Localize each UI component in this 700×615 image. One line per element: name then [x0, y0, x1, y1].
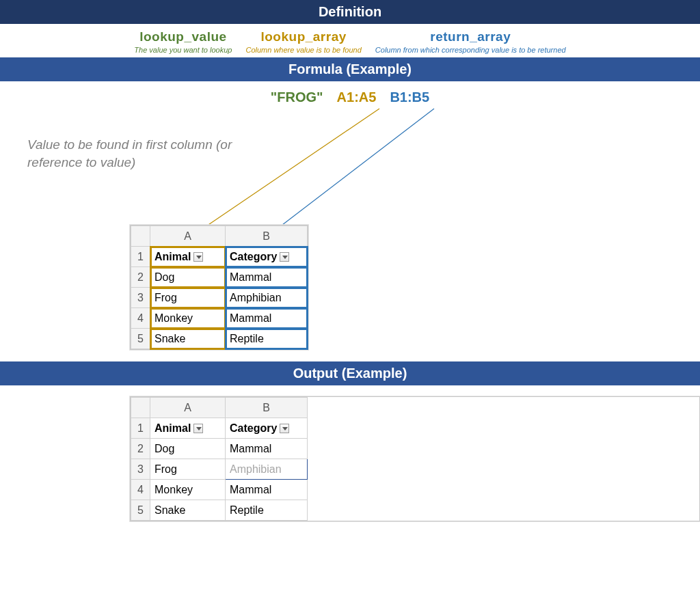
filter-icon[interactable] [193, 252, 203, 262]
table-row: 1 Animal Category [131, 247, 308, 267]
cell-A2: Dog [150, 439, 226, 459]
cell-B2: Mammal [226, 439, 308, 459]
row-num: 1 [131, 418, 150, 439]
table-row: 4 Monkey Mammal [131, 308, 308, 329]
cell-A2: Dog [150, 267, 226, 288]
cell-A5: Snake [150, 500, 226, 521]
table-row: 5 Snake Reptile [131, 329, 308, 349]
cell-B3: Amphibian [226, 288, 308, 308]
definition-row: lookup_value The value you want to looku… [0, 24, 700, 57]
row-num: 5 [131, 500, 150, 521]
col-header-B: B [226, 226, 308, 247]
def-desc-lookup-value: The value you want to lookup [134, 46, 232, 55]
corner-cell [131, 398, 150, 418]
table-row: 2 Dog Mammal [131, 267, 308, 288]
table-row: 3 Frog Amphibian [131, 288, 308, 308]
table-row: 2 Dog Mammal [131, 439, 308, 459]
col-header-B: B [226, 398, 308, 418]
col-header-A: A [150, 398, 226, 418]
cell-B2: Mammal [226, 267, 308, 288]
formula-arg3: B1:B5 [390, 90, 429, 105]
title-B: Category [230, 251, 277, 262]
filter-icon[interactable] [280, 424, 289, 433]
filter-icon[interactable] [193, 424, 203, 433]
arrow-blue [273, 109, 434, 232]
cell-A4: Monkey [150, 308, 226, 329]
section-output-header: Output (Example) [0, 361, 700, 385]
title-A: Animal [154, 422, 191, 434]
def-lookup-array: lookup_array Column where value is to be… [245, 29, 361, 55]
def-desc-lookup-array: Column where value is to be found [245, 46, 361, 55]
row-num: 2 [131, 439, 150, 459]
cell-A3: Frog [150, 288, 226, 308]
def-label-return-array: return_array [375, 29, 566, 44]
corner-cell [131, 226, 150, 247]
section-formula-header: Formula (Example) [0, 57, 700, 81]
cell-A3: Frog [150, 459, 226, 480]
cell-A1: Animal [150, 247, 226, 267]
cell-B4: Mammal [226, 480, 308, 500]
cell-B5: Reptile [226, 329, 308, 349]
cell-B1: Category [226, 247, 308, 267]
section-definition-header: Definition [0, 0, 700, 24]
output-area: A B 1 Animal Category 2 Dog Mammal 3 Fro… [0, 385, 700, 535]
table-row: 1 Animal Category [131, 418, 308, 439]
def-return-array: return_array Column from which correspon… [375, 29, 566, 55]
col-headers: A B [131, 226, 308, 247]
row-num: 2 [131, 267, 150, 288]
formula-area: "FROG" A1:A5 B1:B5 Value to be found in … [0, 81, 700, 361]
def-label-lookup-value: lookup_value [134, 29, 232, 44]
formula-arg1: "FROG" [271, 90, 323, 105]
cell-B5: Reptile [226, 500, 308, 521]
row-num: 4 [131, 480, 150, 500]
arrow-overlay [0, 81, 700, 361]
table-row: 3 Frog Amphibian [131, 459, 308, 480]
title-A: Animal [154, 251, 191, 262]
cell-A4: Monkey [150, 480, 226, 500]
cell-B4: Mammal [226, 308, 308, 329]
row-num: 1 [131, 247, 150, 267]
row-num: 3 [131, 288, 150, 308]
formula-row: "FROG" A1:A5 B1:B5 [0, 90, 700, 105]
filter-icon[interactable] [280, 252, 289, 262]
table-row: 5 Snake Reptile [131, 500, 308, 521]
row-num: 5 [131, 329, 150, 349]
col-header-A: A [150, 226, 226, 247]
def-desc-return-array: Column from which corresponding value is… [375, 46, 566, 55]
title-B: Category [230, 422, 277, 434]
hint-text: Value to be found in first column (or re… [27, 136, 232, 171]
output-result-cell: Amphibian [226, 459, 308, 480]
cell-B1: Category [226, 418, 308, 439]
cell-A5: Snake [150, 329, 226, 349]
def-lookup-value: lookup_value The value you want to looku… [134, 29, 232, 55]
table-row: 4 Monkey Mammal [131, 480, 308, 500]
formula-arg2: A1:A5 [337, 90, 377, 105]
row-num: 3 [131, 459, 150, 480]
row-num: 4 [131, 308, 150, 329]
cell-A1: Animal [150, 418, 226, 439]
col-headers: A B [131, 398, 308, 418]
example-table: A B 1 Animal Category 2 Dog Mammal 3 Fro… [130, 225, 308, 350]
def-label-lookup-array: lookup_array [245, 29, 361, 44]
output-table: A B 1 Animal Category 2 Dog Mammal 3 Fro… [130, 396, 700, 521]
